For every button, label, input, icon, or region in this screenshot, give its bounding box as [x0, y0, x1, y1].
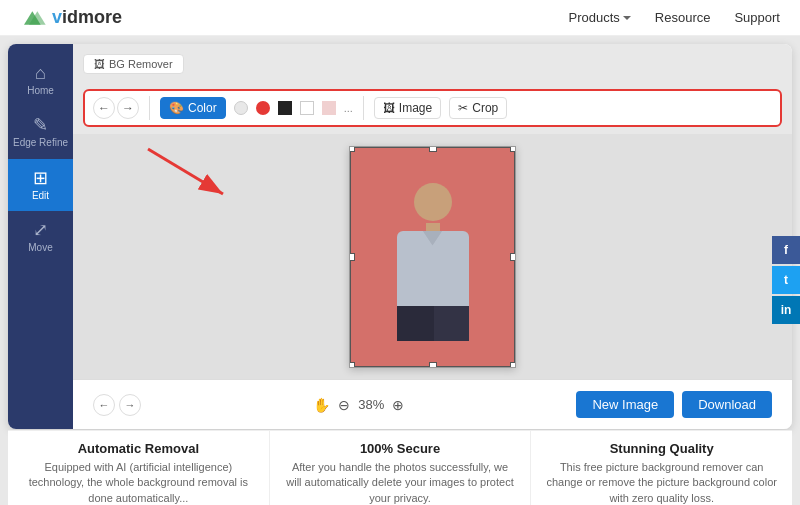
- feature-quality: Stunning Quality This free picture backg…: [531, 431, 792, 505]
- handle-top-center[interactable]: [429, 147, 437, 152]
- prev-button[interactable]: ←: [93, 394, 115, 416]
- edit-icon: ⊞: [33, 169, 48, 187]
- zoom-in-icon[interactable]: ⊕: [392, 397, 404, 413]
- logo[interactable]: vidmore: [20, 7, 122, 28]
- handle-top-left[interactable]: [350, 147, 355, 152]
- navigation: Products Resource Support: [569, 10, 781, 25]
- person-head: [414, 183, 452, 221]
- color-swatch-white[interactable]: [300, 101, 314, 115]
- toolbar-color-button[interactable]: 🎨 Color: [160, 97, 226, 119]
- zoom-controls: ✋ ⊖ 38% ⊕: [313, 397, 404, 413]
- sidebar: ⌂ Home ✎ Edge Refine ⊞ Edit ⤢ Move: [8, 44, 73, 429]
- toolbar-forward-button[interactable]: →: [117, 97, 139, 119]
- feature-automatic-title: Automatic Removal: [23, 441, 254, 456]
- feature-automatic: Automatic Removal Equipped with AI (arti…: [8, 431, 270, 505]
- main-box: ⌂ Home ✎ Edge Refine ⊞ Edit ⤢ Move: [8, 44, 792, 429]
- handle-bottom-right[interactable]: [510, 362, 515, 367]
- handle-bottom-center[interactable]: [429, 362, 437, 367]
- handle-top-right[interactable]: [510, 147, 515, 152]
- bottom-toolbar: ← → ✋ ⊖ 38% ⊕ New Image Downloa: [73, 379, 792, 429]
- image-icon: 🖼: [383, 101, 395, 115]
- social-panel: f t in: [772, 236, 800, 324]
- features-bar: Automatic Removal Equipped with AI (arti…: [8, 430, 792, 505]
- handle-middle-right[interactable]: [510, 253, 515, 261]
- feature-quality-text: This free picture background remover can…: [546, 460, 777, 505]
- zoom-out-icon[interactable]: ⊖: [338, 397, 350, 413]
- feature-secure-text: After you handle the photos successfully…: [285, 460, 516, 505]
- color-swatch-empty[interactable]: [234, 101, 248, 115]
- edge-refine-icon: ✎: [33, 116, 48, 134]
- sidebar-item-move[interactable]: ⤢ Move: [8, 211, 73, 263]
- sidebar-item-edit[interactable]: ⊞ Edit: [8, 159, 73, 211]
- canvas-area: 🖼 BG Remover ← →: [73, 44, 792, 429]
- toolbar-crop-button[interactable]: ✂ Crop: [449, 97, 507, 119]
- logo-text: vidmore: [52, 7, 122, 28]
- chevron-down-icon: [623, 16, 631, 20]
- color-swatch-pink[interactable]: [322, 101, 336, 115]
- bg-remover-tab[interactable]: 🖼 BG Remover: [83, 54, 184, 74]
- feature-secure: 100% Secure After you handle the photos …: [270, 431, 532, 505]
- person-pants: [397, 306, 469, 341]
- twitter-button[interactable]: t: [772, 266, 800, 294]
- image-container[interactable]: [349, 146, 516, 368]
- toolbar-image-button[interactable]: 🖼 Image: [374, 97, 441, 119]
- action-buttons: New Image Download: [576, 391, 772, 418]
- toolbar-back-button[interactable]: ←: [93, 97, 115, 119]
- nav-support[interactable]: Support: [734, 10, 780, 25]
- crop-icon: ✂: [458, 101, 468, 115]
- sidebar-item-home[interactable]: ⌂ Home: [8, 54, 73, 106]
- move-tool-icon: ✋: [313, 397, 330, 413]
- nav-products[interactable]: Products: [569, 10, 631, 25]
- toolbar-divider-2: [363, 96, 364, 120]
- color-swatch-red[interactable]: [256, 101, 270, 115]
- header: vidmore Products Resource Support: [0, 0, 800, 36]
- person-neck: [426, 223, 440, 231]
- zoom-level: 38%: [358, 397, 384, 412]
- color-palette-icon: 🎨: [169, 101, 184, 115]
- facebook-button[interactable]: f: [772, 236, 800, 264]
- sidebar-item-edge-refine[interactable]: ✎ Edge Refine: [8, 106, 73, 159]
- toolbar: ← → 🎨 Color: [83, 89, 782, 127]
- nav-resource[interactable]: Resource: [655, 10, 711, 25]
- arrow-svg: [128, 139, 248, 219]
- logo-icon: [20, 8, 48, 28]
- toolbar-divider-1: [149, 96, 150, 120]
- home-icon: ⌂: [35, 64, 46, 82]
- toolbar-nav-arrows: ← →: [93, 97, 139, 119]
- person-image: [350, 147, 515, 367]
- move-icon: ⤢: [33, 221, 48, 239]
- svg-line-3: [148, 149, 223, 194]
- handle-bottom-left[interactable]: [350, 362, 355, 367]
- person-body: [397, 231, 469, 306]
- logo-v: v: [52, 7, 62, 27]
- next-button[interactable]: →: [119, 394, 141, 416]
- new-image-button[interactable]: New Image: [576, 391, 674, 418]
- download-button[interactable]: Download: [682, 391, 772, 418]
- feature-automatic-text: Equipped with AI (artificial intelligenc…: [23, 460, 254, 505]
- bottom-nav-buttons: ← →: [93, 394, 141, 416]
- arrow-annotation: [128, 139, 248, 223]
- feature-secure-title: 100% Secure: [285, 441, 516, 456]
- handle-middle-left[interactable]: [350, 253, 355, 261]
- toolbar-more-button[interactable]: ...: [344, 102, 353, 114]
- linkedin-button[interactable]: in: [772, 296, 800, 324]
- color-swatch-black[interactable]: [278, 101, 292, 115]
- feature-quality-title: Stunning Quality: [546, 441, 777, 456]
